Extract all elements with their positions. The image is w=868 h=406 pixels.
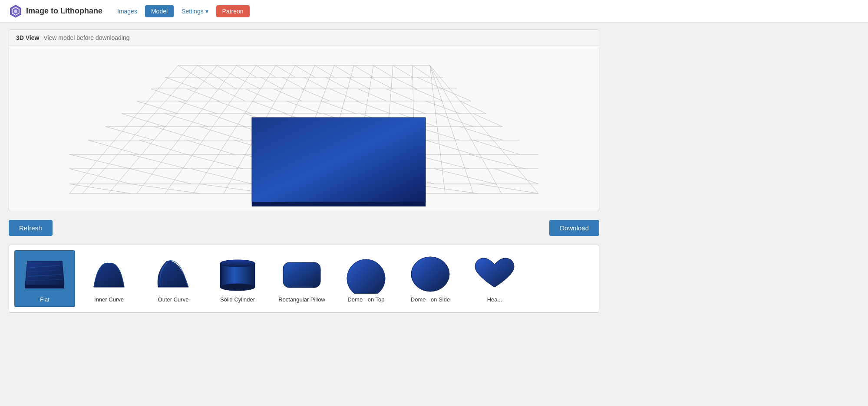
nav-images[interactable]: Images: [111, 5, 143, 17]
type-thumb-outer-curve: [149, 255, 197, 294]
svg-point-141: [411, 257, 449, 291]
thumb-svg-cyl: [214, 255, 261, 294]
thumb-svg-inner: [85, 255, 133, 294]
type-thumb-dome-top: [342, 255, 390, 294]
type-label-inner-curve: Inner Curve: [94, 296, 124, 303]
download-button[interactable]: Download: [549, 220, 599, 236]
3d-view-area[interactable]: [9, 46, 599, 211]
type-item-flat[interactable]: Flat: [14, 250, 75, 307]
type-thumb-dome-side: [406, 255, 454, 294]
brand-name: Image to Lithophane: [26, 7, 102, 16]
brand-icon: [9, 4, 23, 18]
thumb-svg-heart: [471, 255, 518, 294]
svg-point-139: [347, 259, 385, 294]
type-item-outer-curve[interactable]: Outer Curve: [143, 250, 204, 307]
panel-title: 3D View: [16, 34, 39, 41]
brand: Image to Lithophane: [9, 4, 102, 18]
thumb-svg-dome-top: [342, 255, 390, 294]
nav-patreon[interactable]: Patreon: [216, 5, 250, 17]
type-label-dome-top: Dome - on Top: [347, 296, 384, 303]
type-item-pillow[interactable]: Rectangular Pillow: [271, 250, 332, 307]
type-label-cylinder: Solid Cylinder: [220, 296, 255, 303]
thumb-svg-flat: [21, 255, 69, 294]
scene-wrapper: [9, 46, 599, 211]
svg-rect-138: [283, 262, 320, 288]
svg-point-2: [14, 10, 17, 13]
nav-links: Images Model Settings ▾ Patreon: [111, 5, 250, 17]
svg-point-136: [220, 260, 255, 267]
navbar: Image to Lithophane Images Model Setting…: [0, 0, 868, 23]
type-thumb-inner-curve: [85, 255, 133, 294]
type-item-heart[interactable]: Hea...: [464, 250, 525, 307]
type-item-dome-top[interactable]: Dome - on Top: [336, 250, 396, 307]
type-label-dome-side: Dome - on Side: [411, 296, 450, 303]
type-label-pillow: Rectangular Pillow: [278, 296, 325, 303]
svg-marker-130: [25, 285, 64, 288]
svg-marker-129: [25, 261, 64, 285]
type-label-flat: Flat: [40, 296, 50, 303]
type-item-cylinder[interactable]: Solid Cylinder: [207, 250, 268, 307]
panel-header: 3D View View model before downloading: [9, 30, 599, 46]
type-thumb-flat: [21, 255, 69, 294]
nav-model[interactable]: Model: [145, 5, 174, 17]
thumb-svg-dome-side: [406, 255, 454, 294]
3d-view-panel: 3D View View model before downloading: [9, 29, 599, 211]
type-thumb-heart: [471, 255, 518, 294]
thumb-svg-pillow: [278, 255, 326, 294]
main-container: 3D View View model before downloading: [0, 23, 608, 320]
action-bar: Refresh Download: [9, 216, 599, 240]
thumb-svg-outer: [149, 255, 197, 294]
svg-point-137: [220, 284, 255, 291]
model-shape: [252, 118, 426, 202]
3d-scene-svg: [43, 50, 564, 206]
panel-subtitle: View model before downloading: [43, 34, 129, 41]
nav-settings[interactable]: Settings ▾: [175, 5, 214, 17]
type-label-heart: Hea...: [487, 296, 502, 303]
type-label-outer-curve: Outer Curve: [158, 296, 189, 303]
refresh-button[interactable]: Refresh: [9, 220, 53, 236]
type-selector: Flat Inner Curve: [9, 245, 599, 313]
type-item-inner-curve[interactable]: Inner Curve: [79, 250, 139, 307]
model-bottom: [252, 202, 426, 206]
type-thumb-pillow: [278, 255, 326, 294]
type-thumb-cylinder: [214, 255, 261, 294]
type-item-dome-side[interactable]: Dome - on Side: [400, 250, 461, 307]
